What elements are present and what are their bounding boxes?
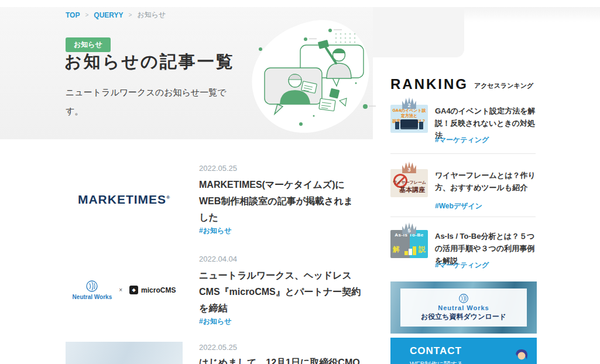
article-date: 2022.05.25	[199, 343, 237, 352]
ranking-thumbnail[interactable]: GA4のイベント設定方法と設定のコツとは？	[390, 105, 428, 133]
ranking-divider	[390, 153, 536, 154]
ranking-heading: RANKING アクセスランキング	[390, 76, 533, 92]
breadcrumb-separator: >	[85, 12, 88, 18]
contact-heading: CONTACT	[410, 345, 462, 357]
article-title[interactable]: ニュートラルワークス、ヘッドレスCMS『microCMS』とパートナー契約を締結	[199, 267, 362, 317]
contact-subtext: WEB制作に関する	[410, 360, 464, 364]
neutralworks-logo-icon	[458, 293, 469, 304]
contact-section[interactable]: CONTACT WEB制作に関する	[390, 338, 537, 364]
article-item: MARKETIMES® 2022.05.25 MARKETIMES(マーケタイム…	[66, 163, 354, 250]
contact-person-illustration	[511, 347, 532, 364]
ranking-item-tag[interactable]: #Webデザイン	[435, 201, 482, 211]
article-tag[interactable]: #お知らせ	[199, 317, 232, 327]
article-thumbnail[interactable]	[66, 342, 183, 364]
article-tag[interactable]: #お知らせ	[199, 226, 232, 236]
page-root: TOP > QUERYY > お知らせ お知らせ お知らせの記事一覧 ニュートラ…	[0, 0, 600, 364]
article-title[interactable]: MARKETIMES(マーケタイムズ)にWEB制作相談室の記事が掲載されました	[199, 177, 362, 226]
rank-crown-badge: 5	[401, 222, 417, 234]
ranking-item: 2 GA4のイベント設定方法と設定のコツとは？ GA4のイベント設定方法を解説！…	[390, 105, 536, 161]
article-item: 2022.05.25 はじめまして。12月1日に取締役CMOに就任し	[66, 337, 354, 364]
hero-illustration	[245, 13, 380, 140]
microcms-logo-icon: ◆	[129, 286, 138, 294]
article-date: 2022.05.25	[199, 164, 237, 173]
microcms-logo-text: microCMS	[141, 286, 176, 294]
article-thumbnail[interactable]: MARKETIMES®	[66, 166, 183, 232]
page-title: お知らせの記事一覧	[64, 50, 235, 74]
ranking-item-title[interactable]: ワイヤーフレームとは？作り方、おすすめツールも紹介	[435, 170, 540, 194]
cross-symbol: ×	[119, 287, 122, 293]
svg-text:5: 5	[407, 228, 410, 233]
article-thumbnail[interactable]: Neutral Works × ◆ microCMS	[66, 257, 183, 323]
neutralworks-logo-text: Neutral Works	[73, 294, 112, 300]
partnership-logos: Neutral Works × ◆ microCMS	[73, 280, 176, 300]
ranking-item: 5 As-Is To-Be 解 説 As-Is / To-Be分析とは？５つの活…	[390, 230, 536, 286]
page-description: ニュートラルワークスのお知らせ一覧です。	[66, 83, 231, 120]
neutralworks-logo-icon	[85, 280, 98, 293]
svg-text:2: 2	[407, 102, 410, 108]
article-title[interactable]: はじめまして。12月1日に取締役CMOに就任し	[199, 355, 362, 364]
marketimes-logo: MARKETIMES®	[78, 193, 170, 207]
breadcrumb-current: お知らせ	[137, 10, 166, 20]
rank-crown-badge: 2	[401, 97, 417, 109]
ranking-title: RANKING	[390, 76, 468, 92]
download-banner-card: Neutral Works お役立ち資料ダウンロード	[400, 289, 527, 327]
article-item: Neutral Works × ◆ microCMS 2022.04.04 ニュ…	[66, 253, 354, 341]
ranking-thumbnail[interactable]: ワイヤーフレーム 基本講座	[390, 169, 428, 197]
download-banner[interactable]: Neutral Works お役立ち資料ダウンロード	[390, 281, 537, 334]
svg-text:3: 3	[407, 167, 410, 173]
hero-fade	[464, 7, 600, 22]
breadcrumb-link-top[interactable]: TOP	[66, 11, 80, 19]
ranking-divider	[390, 217, 536, 217]
ranking-item-tag[interactable]: #マーケティング	[435, 135, 489, 145]
ranking-item-tag[interactable]: #マーケティング	[435, 260, 489, 270]
banner-label: お役立ち資料ダウンロード	[421, 312, 506, 322]
banner-brand: Neutral Works	[438, 304, 489, 311]
rank-crown-badge: 3	[401, 162, 417, 173]
article-date: 2022.04.04	[199, 255, 237, 263]
breadcrumb: TOP > QUERYY > お知らせ	[66, 10, 166, 20]
ranking-subtitle: アクセスランキング	[474, 81, 533, 92]
breadcrumb-separator: >	[129, 12, 132, 18]
breadcrumb-link-queryy[interactable]: QUERYY	[94, 11, 123, 19]
ranking-thumbnail[interactable]: As-Is To-Be 解 説	[390, 230, 428, 258]
hero-background-extension	[373, 7, 464, 57]
